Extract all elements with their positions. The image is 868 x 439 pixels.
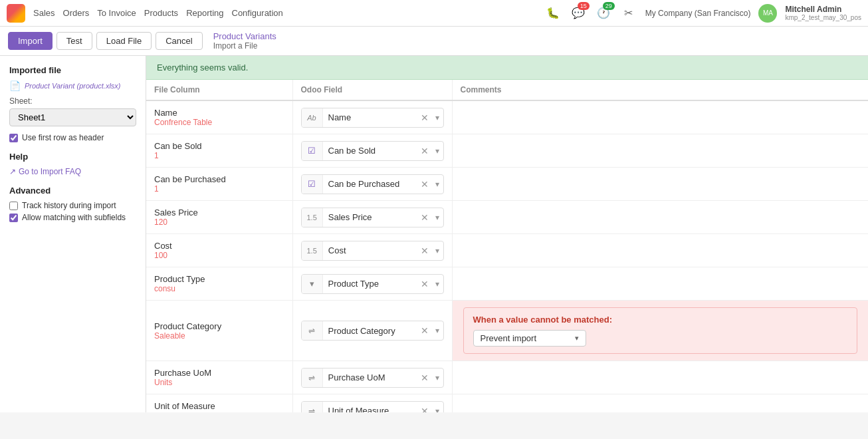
test-button[interactable]: Test xyxy=(56,32,92,50)
field-caret-icon[interactable]: ▾ xyxy=(431,326,443,335)
field-clear-btn[interactable]: ✕ xyxy=(418,325,431,336)
field-caret-icon[interactable]: ▾ xyxy=(431,246,443,255)
file-col-uom: Unit of Measure Units xyxy=(146,394,292,413)
nav-configuration[interactable]: Configuration xyxy=(232,8,283,18)
use-first-row-label: Use first row as header xyxy=(22,133,104,142)
file-col-label: Unit of Measure xyxy=(154,401,284,411)
file-col-value: Units xyxy=(154,378,284,387)
field-caret-icon[interactable]: ▾ xyxy=(431,279,443,289)
field-selector[interactable]: ⇌ Purchase UoM ✕ ▾ xyxy=(301,368,444,388)
nav-products[interactable]: Products xyxy=(144,8,178,18)
field-selector[interactable]: 1.5 Sales Price ✕ ▾ xyxy=(301,208,444,227)
messages-badge: 15 xyxy=(578,2,590,10)
settings-icon-btn[interactable]: ✂ xyxy=(620,5,637,22)
external-link-icon: ↗ xyxy=(9,167,16,176)
field-clear-btn[interactable]: ✕ xyxy=(418,372,431,383)
main-layout: Imported file 📄 Product Variant (product… xyxy=(0,56,868,412)
field-selector[interactable]: 1.5 Cost ✕ ▾ xyxy=(301,241,444,261)
field-clear-btn[interactable]: ✕ xyxy=(418,245,431,256)
table-row: Unit of Measure Units ⇌ Unit of Measure … xyxy=(146,394,868,413)
bug-icon-btn[interactable]: 🐛 xyxy=(544,5,562,22)
field-clear-btn[interactable]: ✕ xyxy=(418,406,431,413)
breadcrumb-sub: Import a File xyxy=(213,41,276,51)
field-clear-btn[interactable]: ✕ xyxy=(418,179,431,190)
file-col-value: Units xyxy=(154,411,284,412)
help-title: Help xyxy=(9,152,136,162)
odoo-col-productcat: ⇌ Product Category ✕ ▾ xyxy=(292,301,452,361)
field-clear-btn[interactable]: ✕ xyxy=(418,112,431,123)
field-type-icon: ⇌ xyxy=(302,368,323,387)
file-col-label: Name xyxy=(154,108,284,118)
file-col-label: Cost xyxy=(154,241,284,251)
field-type-icon: ☑ xyxy=(302,142,323,160)
valid-banner-text: Everything seems valid. xyxy=(157,63,248,73)
nav-toinvoice[interactable]: To Invoice xyxy=(97,8,136,18)
track-history-checkbox[interactable] xyxy=(9,202,18,210)
user-info: Mitchell Admin kmp_2_test_may_30_pos xyxy=(785,5,861,21)
field-caret-icon[interactable]: ▾ xyxy=(431,406,443,413)
nav-reporting[interactable]: Reporting xyxy=(186,8,223,18)
nav-sales[interactable]: Sales xyxy=(33,8,55,18)
field-clear-btn[interactable]: ✕ xyxy=(418,212,431,223)
avatar: MA xyxy=(758,4,777,23)
field-name-label: Can be Purchased xyxy=(323,179,418,189)
odoo-col-sold: ☑ Can be Sold ✕ ▾ xyxy=(292,134,452,168)
valid-banner: Everything seems valid. xyxy=(146,56,868,80)
nav-orders[interactable]: Orders xyxy=(63,8,90,18)
field-name-label: Product Type xyxy=(323,279,418,289)
error-action-dropdown[interactable]: Prevent import ▾ xyxy=(473,330,586,347)
odoo-col-purchased: ☑ Can be Purchased ✕ ▾ xyxy=(292,168,452,201)
comments-col-error: When a value cannot be matched: Prevent … xyxy=(452,301,868,361)
table-row: Purchase UoM Units ⇌ Purchase UoM ✕ ▾ xyxy=(146,361,868,394)
comments-col xyxy=(452,361,868,394)
field-selector[interactable]: ☑ Can be Purchased ✕ ▾ xyxy=(301,174,444,194)
col-header-file: File Column xyxy=(146,80,292,100)
allow-matching-row: Allow matching with subfields xyxy=(9,213,136,222)
field-selector[interactable]: ⇌ Unit of Measure ✕ ▾ xyxy=(301,401,444,413)
field-caret-icon[interactable]: ▾ xyxy=(431,180,443,189)
field-caret-icon[interactable]: ▾ xyxy=(431,213,443,222)
alerts-icon-btn[interactable]: 🕐29 xyxy=(595,5,612,22)
field-selector[interactable]: ⇌ Product Category ✕ ▾ xyxy=(301,321,444,341)
import-table: File Column Odoo Field Comments Name Con… xyxy=(146,80,868,412)
comments-col xyxy=(452,267,868,301)
alerts-badge: 29 xyxy=(603,2,615,10)
dropdown-caret-icon: ▾ xyxy=(575,334,579,343)
field-caret-icon[interactable]: ▾ xyxy=(431,146,443,156)
file-col-value: Confrence Table xyxy=(154,118,284,127)
file-col-label: Sales Price xyxy=(154,208,284,218)
col-header-comments: Comments xyxy=(452,80,868,100)
field-selector[interactable]: Ab Name ✕ ▾ xyxy=(301,108,444,128)
track-history-label: Track history during import xyxy=(22,201,116,210)
allow-matching-checkbox[interactable] xyxy=(9,214,18,222)
field-clear-btn[interactable]: ✕ xyxy=(418,279,431,289)
messages-icon-btn[interactable]: 💬15 xyxy=(570,5,587,22)
file-icon: 📄 xyxy=(9,80,21,91)
help-link[interactable]: ↗ Go to Import FAQ xyxy=(9,167,136,176)
help-link-label: Go to Import FAQ xyxy=(19,167,81,176)
file-col-value: 1 xyxy=(154,184,284,194)
breadcrumb-main[interactable]: Product Variants xyxy=(213,31,276,41)
field-name-label: Purchase UoM xyxy=(323,372,418,382)
odoo-col-name: Ab Name ✕ ▾ xyxy=(292,100,452,134)
file-col-purchased: Can be Purchased 1 xyxy=(146,168,292,201)
comments-col xyxy=(452,201,868,234)
file-col-label: Product Category xyxy=(154,321,284,331)
use-first-row-checkbox[interactable] xyxy=(9,134,18,142)
file-col-sold: Can be Sold 1 xyxy=(146,134,292,168)
filename: Product Variant (product.xlsx) xyxy=(25,82,120,90)
field-selector[interactable]: ▾ Product Type ✕ ▾ xyxy=(301,274,444,294)
field-caret-icon[interactable]: ▾ xyxy=(431,113,443,122)
field-clear-btn[interactable]: ✕ xyxy=(418,146,431,156)
field-caret-icon[interactable]: ▾ xyxy=(431,373,443,382)
import-button[interactable]: Import xyxy=(8,32,53,50)
load-file-button[interactable]: Load File xyxy=(96,32,152,50)
comments-col xyxy=(452,134,868,168)
breadcrumb: Product Variants Import a File xyxy=(213,31,276,51)
field-selector[interactable]: ☑ Can be Sold ✕ ▾ xyxy=(301,141,444,161)
sheet-select[interactable]: Sheet1 xyxy=(9,108,136,126)
top-nav: Sales Orders To Invoice Products Reporti… xyxy=(0,0,868,27)
file-col-cost: Cost 100 xyxy=(146,234,292,267)
error-box-title: When a value cannot be matched: xyxy=(473,315,848,325)
cancel-button[interactable]: Cancel xyxy=(156,32,202,50)
